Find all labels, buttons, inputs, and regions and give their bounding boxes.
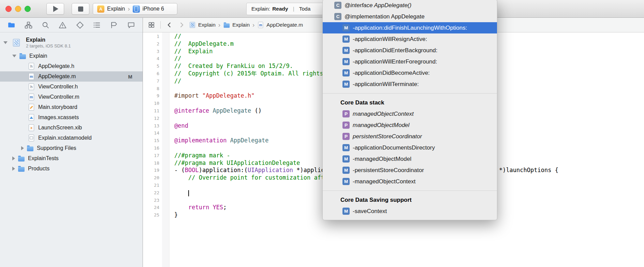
popup-item-applicationdidenterbackground[interactable]: M-applicationDidEnterBackground: [323,45,497,56]
line-number[interactable]: 7 [143,78,159,85]
code-text: return YES; [174,204,227,211]
line-number[interactable]: 6 [143,70,159,78]
sidebar-item-viewcontroller-m[interactable]: mViewController.m [0,92,143,102]
popup-item-applicationwillresignactive[interactable]: M-applicationWillResignActive: [323,33,497,45]
line-number[interactable]: 21 [143,182,159,189]
line-number[interactable]: 2 [143,40,159,48]
popup-item-interface-appdelegate[interactable]: C@interface AppDelegate() [323,0,497,11]
popup-item-savecontext[interactable]: M-saveContext [323,206,497,217]
popup-item-managedobjectmodel[interactable]: PmanagedObjectModel [323,120,497,131]
breakpoint-navigator-icon[interactable] [109,20,119,30]
sidebar-item-explain[interactable]: Explain [0,51,143,61]
disclosure-open-icon[interactable] [12,55,16,57]
popup-separator [323,191,497,191]
line-number[interactable]: 12 [143,115,159,122]
symbol-navigator-icon[interactable] [24,20,33,30]
line-number[interactable]: 8 [143,85,159,93]
disclosure-open-icon[interactable] [3,41,8,44]
test-navigator-icon[interactable] [75,20,85,30]
crumb-label: Explain [198,22,216,28]
line-number[interactable]: 19 [143,167,159,174]
stop-button[interactable] [72,3,89,15]
popup-item-applicationdidbecomeactive[interactable]: M-applicationDidBecomeActive: [323,67,497,79]
forward-button[interactable] [177,20,186,29]
disclosure-closed-icon[interactable] [12,156,15,160]
code-text [174,189,189,197]
line-number[interactable]: 17 [143,152,159,159]
line-number[interactable]: 15 [143,137,159,144]
h-file-icon: h [27,83,35,91]
jump-bar-item-2[interactable]: Explain [223,21,250,29]
folder-icon [223,22,230,28]
sidebar-item-appdelegate-m[interactable]: mAppDelegate.mM [0,71,143,82]
line-number[interactable]: 25 [143,211,159,219]
line-number[interactable]: 22 [143,189,159,197]
folder-file-icon [26,144,34,152]
popup-item-label: managedObjectContext [353,111,414,117]
line-number[interactable]: 10 [143,100,159,107]
scheme-selector[interactable]: A Explain › iPhone 6 [93,3,177,15]
related-items-icon[interactable] [147,20,156,29]
popup-item-label: -application:didFinishLaunchingWithOptio… [353,25,467,31]
popup-item-managedobjectmodel[interactable]: M-managedObjectModel [323,153,497,165]
back-button[interactable] [165,20,174,29]
line-number[interactable]: 9 [143,92,159,100]
debug-navigator-icon[interactable] [92,20,102,30]
report-navigator-icon[interactable] [127,20,136,30]
line-number[interactable]: 16 [143,144,159,152]
line-number[interactable]: 1 [143,33,159,40]
popup-item-applicationwillterminate[interactable]: M-applicationWillTerminate: [323,79,497,90]
popup-item-application-didfinishlaunchingwithoptions[interactable]: M-application:didFinishLaunchingWithOpti… [323,22,497,33]
line-number[interactable]: 18 [143,159,159,167]
code-text: @end [174,122,188,130]
sidebar-item-viewcontroller-h[interactable]: hViewController.h [0,82,143,92]
disclosure-closed-icon[interactable] [21,146,24,150]
scheme-name[interactable]: Explain [107,6,125,12]
zoom-window-button[interactable] [25,6,31,12]
method-icon: M [342,167,350,174]
minimize-window-button[interactable] [15,6,21,12]
sidebar-item-main-storyboard[interactable]: Main.storyboard [0,102,143,112]
sidebar-item-launchscreen-xib[interactable]: xLaunchScreen.xib [0,123,143,133]
line-number[interactable]: 5 [143,62,159,70]
code-text: // [174,33,181,40]
popup-item-managedobjectcontext[interactable]: PmanagedObjectContext [323,108,497,120]
popup-item-persistentstorecoordinator[interactable]: M-persistentStoreCoordinator [323,165,497,176]
sidebar-item-supporting-files[interactable]: Supporting Files [0,143,143,153]
jump-bar-item-1[interactable]: Explain [189,21,216,29]
device-icon [133,5,140,13]
sidebar-item-explain-xcdatamodeld[interactable]: Explain.xcdatamodeld [0,133,143,143]
sidebar-item-appdelegate-h[interactable]: hAppDelegate.h [0,61,143,71]
popup-item-applicationdocumentsdirectory[interactable]: M-applicationDocumentsDirectory [323,142,497,153]
disclosure-closed-icon[interactable] [12,167,15,171]
close-window-button[interactable] [5,6,12,12]
code-text: } [174,211,178,219]
line-number[interactable]: 23 [143,197,159,204]
project-navigator-icon[interactable] [7,20,16,30]
popup-item-managedobjectcontext[interactable]: M-managedObjectContext [323,176,497,187]
sidebar-item-explaintests[interactable]: ExplainTests [0,153,143,164]
folder-file-icon [17,165,25,173]
file-name: Explain [29,53,47,59]
line-number[interactable]: 13 [143,122,159,130]
popup-item-applicationwillenterforeground[interactable]: M-applicationWillEnterForeground: [323,56,497,67]
line-number[interactable]: 24 [143,204,159,211]
run-button[interactable] [46,3,64,15]
find-navigator-icon[interactable] [41,20,50,30]
destination-name[interactable]: iPhone 6 [143,6,164,12]
sidebar-item-products[interactable]: Products [0,164,143,174]
m-file-icon: m [27,93,35,101]
play-icon [53,6,58,12]
issue-navigator-icon[interactable] [58,20,67,30]
line-number[interactable]: 3 [143,48,159,55]
line-number[interactable]: 11 [143,107,159,115]
storyboard-file-icon [27,103,35,111]
popup-item-persistentstorecoordinator[interactable]: PpersistentStoreCoordinator [323,131,497,142]
jump-bar-item-3[interactable]: mAppDelegate.m [257,21,303,29]
sidebar-item-images-xcassets[interactable]: Images.xcassets [0,112,143,123]
line-number[interactable]: 14 [143,129,159,137]
sidebar-project-row[interactable]: Explain 2 targets, iOS SDK 8.1 [0,34,143,51]
line-number[interactable]: 4 [143,55,159,62]
line-number[interactable]: 20 [143,174,159,182]
popup-item-implementation-appdelegate[interactable]: C@implementation AppDelegate [323,11,497,22]
